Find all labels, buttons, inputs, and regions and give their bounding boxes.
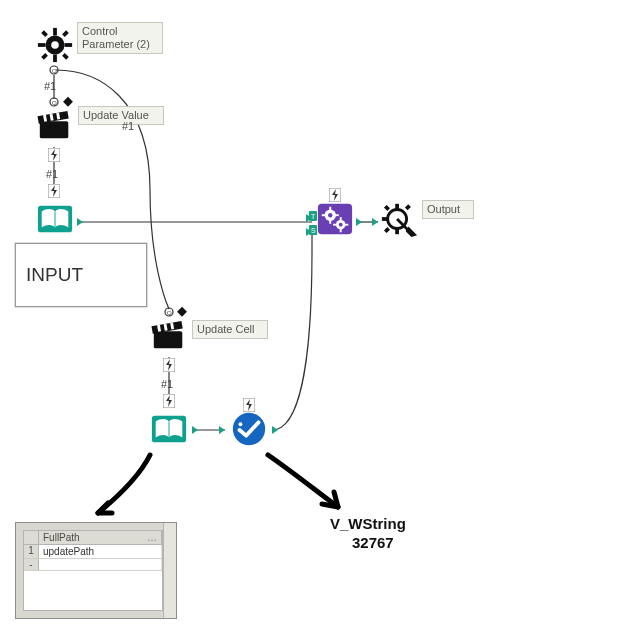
svg-rect-75 <box>382 217 389 221</box>
svg-rect-77 <box>384 227 390 233</box>
table-row: - <box>24 559 162 571</box>
svg-rect-65 <box>335 214 339 216</box>
svg-marker-16 <box>219 426 225 434</box>
svg-marker-20 <box>356 218 362 226</box>
lightning-icon <box>163 358 175 372</box>
anchor-tag-uv-out: #1 <box>46 168 58 180</box>
svg-rect-73 <box>395 204 399 211</box>
svg-marker-12 <box>77 218 83 226</box>
row-index: 1 <box>24 545 39 558</box>
svg-rect-63 <box>329 220 331 224</box>
input-caption-box: INPUT <box>15 243 147 307</box>
tool-select[interactable] <box>230 410 268 448</box>
tool-dynamic-replace[interactable] <box>316 200 354 238</box>
label-control-parameter-text: Control Parameter (2) <box>82 25 150 50</box>
column-header[interactable]: FullPath … <box>39 531 162 544</box>
input-caption-text: INPUT <box>26 264 83 286</box>
svg-rect-69 <box>340 229 342 233</box>
svg-rect-37 <box>40 121 69 138</box>
anchor-tag-uv-in: #1 <box>122 120 134 132</box>
tool-macro-output[interactable] <box>380 200 418 238</box>
cell-value[interactable] <box>39 559 162 570</box>
anchor-tag-uc-out: #1 <box>161 378 173 390</box>
svg-rect-34 <box>62 30 69 37</box>
svg-rect-78 <box>405 204 411 210</box>
results-grid: FullPath … 1 updatePath - <box>23 530 163 611</box>
svg-rect-29 <box>53 28 57 36</box>
annotation-type-size: 32767 <box>352 534 394 551</box>
svg-point-57 <box>239 422 243 426</box>
tool-action-update-value[interactable] <box>36 106 74 144</box>
label-update-cell-text: Update Cell <box>197 323 254 335</box>
svg-rect-46 <box>154 331 183 348</box>
label-update-cell: Update Cell <box>192 320 268 339</box>
lightning-icon <box>163 394 175 408</box>
annotation-type-name: V_WString <box>330 515 406 532</box>
svg-rect-36 <box>62 53 69 60</box>
scrollbar-stub[interactable] <box>163 523 176 618</box>
svg-point-56 <box>233 413 265 445</box>
label-output: Output <box>422 200 474 219</box>
row-header-blank <box>24 531 39 544</box>
row-index: - <box>24 559 39 570</box>
lightning-icon <box>48 148 60 162</box>
column-menu-icon[interactable]: … <box>147 532 157 543</box>
cell-value[interactable]: updatePath <box>39 545 162 558</box>
lightning-icon <box>48 184 60 198</box>
svg-rect-33 <box>41 30 48 37</box>
table-row: 1 updatePath <box>24 545 162 559</box>
tool-macro-input-1[interactable] <box>36 200 74 238</box>
svg-rect-74 <box>395 228 399 235</box>
tool-action-update-cell[interactable] <box>150 316 188 354</box>
svg-marker-21 <box>372 218 378 226</box>
svg-rect-31 <box>38 43 46 47</box>
svg-marker-17 <box>272 426 278 434</box>
svg-point-61 <box>328 213 332 217</box>
tool-macro-input-2[interactable] <box>150 410 188 448</box>
anchor-tag-cp-out: #1 <box>44 80 56 92</box>
svg-text:Q: Q <box>52 68 57 74</box>
results-preview-window: FullPath … 1 updatePath - <box>15 522 177 619</box>
svg-rect-68 <box>340 217 342 221</box>
label-control-parameter: Control Parameter (2) <box>77 22 163 54</box>
svg-point-67 <box>339 223 343 227</box>
svg-marker-15 <box>192 426 198 434</box>
svg-rect-64 <box>322 214 326 216</box>
workflow-canvas[interactable]: Q Q Q T S <box>0 0 623 626</box>
svg-point-28 <box>51 41 59 49</box>
results-header-row: FullPath … <box>24 531 162 545</box>
svg-rect-35 <box>41 53 48 60</box>
label-update-value-text: Update Value <box>83 109 149 121</box>
svg-rect-62 <box>329 207 331 211</box>
column-header-text: FullPath <box>43 532 80 543</box>
svg-rect-76 <box>384 205 390 211</box>
svg-rect-59 <box>318 204 352 234</box>
svg-rect-70 <box>333 224 337 226</box>
svg-rect-32 <box>65 43 73 47</box>
tool-control-parameter[interactable] <box>36 26 74 64</box>
label-update-value: Update Value <box>78 106 164 125</box>
svg-rect-71 <box>345 224 349 226</box>
label-output-text: Output <box>427 203 460 215</box>
svg-rect-30 <box>53 55 57 63</box>
